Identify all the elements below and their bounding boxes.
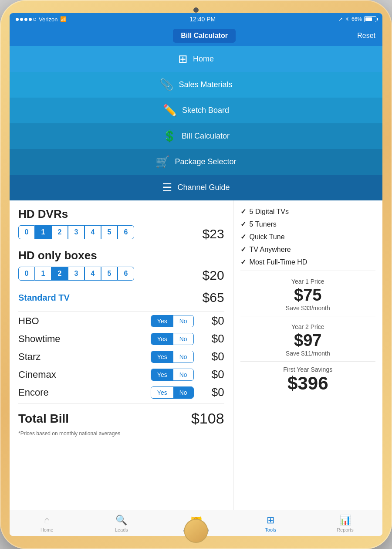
hd-boxes-title: HD only boxes [18, 249, 224, 262]
hbo-no[interactable]: No [173, 315, 193, 327]
feature-full-hd: ✓ Most Full-Time HD [240, 258, 375, 266]
feature-tuners: ✓ 5 Tuners [240, 220, 375, 228]
feature-label-1: 5 Digital TVs [250, 208, 289, 216]
cinemax-price: $0 [203, 368, 224, 381]
signal-dot-3 [24, 18, 27, 21]
signal-dots [16, 18, 36, 21]
feature-digital-tvs: ✓ 5 Digital TVs [240, 207, 375, 216]
box-step-3[interactable]: 3 [68, 267, 84, 281]
total-row: Total Bill $108 [18, 408, 224, 427]
starz-toggle[interactable]: Yes No [151, 351, 194, 363]
encore-yes[interactable]: Yes [151, 387, 173, 398]
cinemax-toggle[interactable]: Yes No [151, 369, 194, 381]
tab-tools-icon: ⊞ [267, 515, 274, 526]
menu-package-label: Package Selector [175, 157, 236, 166]
status-bar: Verizon 📶 12:40 PM ↗ ✳ 66% [10, 13, 382, 25]
menu-item-channel[interactable]: ☰ Channel Guide [10, 175, 382, 200]
addon-cinemax-name: Cinemax [18, 369, 151, 380]
dvr-step-2[interactable]: 2 [51, 225, 68, 239]
standard-tv-row: Standard TV $65 [18, 290, 224, 305]
tablet-frame: Verizon 📶 12:40 PM ↗ ✳ 66% Bill Calculat… [0, 0, 392, 549]
menu-sketch-label: Sketch Board [182, 106, 229, 115]
showtime-yes[interactable]: Yes [151, 333, 173, 345]
addon-encore-name: Encore [18, 387, 151, 398]
home-menu-icon: ⊞ [178, 52, 188, 66]
encore-price: $0 [203, 386, 224, 399]
year2-price: $97 [240, 331, 375, 350]
signal-dot-2 [20, 18, 23, 21]
dvr-step-1[interactable]: 1 [35, 225, 51, 239]
starz-no[interactable]: No [173, 351, 193, 363]
tab-reports[interactable]: 📊 Reports [308, 515, 382, 532]
left-panel: HD DVRs 0 1 2 3 4 5 6 $23 HD only boxes [10, 200, 233, 510]
tablet-camera [193, 7, 199, 13]
tab-home[interactable]: ⌂ Home [10, 515, 84, 532]
menu-item-package[interactable]: 🛒 Package Selector [10, 149, 382, 175]
tab-leads-icon: 🔍 [115, 515, 127, 526]
dvr-step-4[interactable]: 4 [84, 225, 101, 239]
year1-label: Year 1 Price [240, 278, 375, 285]
standard-tv-label: Standard TV [18, 293, 70, 303]
menu-item-sales[interactable]: 📎 Sales Materials [10, 72, 382, 98]
dvr-step-6[interactable]: 6 [118, 225, 134, 239]
dvr-step-3[interactable]: 3 [68, 225, 84, 239]
savings-amount: $396 [240, 373, 375, 394]
showtime-toggle[interactable]: Yes No [151, 333, 194, 345]
hbo-yes[interactable]: Yes [151, 315, 173, 327]
nav-title-button[interactable]: Bill Calculator [173, 29, 236, 43]
box-step-1[interactable]: 1 [35, 267, 51, 281]
reset-button[interactable]: Reset [357, 32, 375, 40]
menu-sales-label: Sales Materials [179, 80, 232, 89]
standard-tv-price: $65 [203, 290, 224, 305]
package-menu-icon: 🛒 [155, 155, 169, 169]
channel-menu-icon: ☰ [162, 181, 172, 194]
feature-label-4: TV Anywhere [250, 246, 291, 254]
check-icon-2: ✓ [240, 220, 246, 228]
tab-home-label: Home [41, 527, 53, 532]
starz-yes[interactable]: Yes [151, 351, 173, 363]
nav-header: Bill Calculator Reset [10, 25, 382, 46]
bill-menu-icon: 💲 [162, 129, 176, 143]
location-icon: ↗ [338, 16, 343, 22]
year2-save: Save $11/month [240, 350, 375, 357]
menu-item-sketch[interactable]: ✏️ Sketch Board [10, 98, 382, 123]
menu-item-bill[interactable]: 💲 Bill Calculator [10, 123, 382, 149]
signal-dot-1 [16, 18, 19, 21]
check-icon-5: ✓ [240, 258, 246, 266]
feature-tv-anywhere: ✓ TV Anywhere [240, 245, 375, 254]
tab-leads[interactable]: 🔍 Leads [84, 515, 159, 532]
addon-hbo: HBO Yes No $0 [18, 314, 224, 328]
box-step-5[interactable]: 5 [101, 267, 118, 281]
encore-toggle[interactable]: Yes No [151, 386, 194, 399]
cinemax-yes[interactable]: Yes [151, 369, 173, 380]
sales-menu-icon: 📎 [159, 78, 173, 92]
encore-no[interactable]: No [173, 387, 193, 398]
dvr-step-5[interactable]: 5 [101, 225, 118, 239]
box-step-6[interactable]: 6 [118, 267, 134, 281]
box-step-2[interactable]: 2 [51, 267, 68, 281]
signal-dot-4 [29, 18, 32, 21]
box-step-4[interactable]: 4 [84, 267, 101, 281]
tab-home-icon: ⌂ [44, 515, 50, 526]
check-icon-4: ✓ [240, 245, 246, 254]
menu-home-label: Home [193, 54, 214, 64]
battery-indicator [364, 16, 376, 22]
bluetooth-icon: ✳ [345, 16, 349, 22]
menu-channel-label: Channel Guide [177, 183, 230, 192]
hbo-toggle[interactable]: Yes No [151, 315, 194, 327]
hd-boxes-stepper: 0 1 2 3 4 5 6 [18, 267, 134, 281]
showtime-price: $0 [203, 332, 224, 346]
box-step-0[interactable]: 0 [18, 267, 35, 281]
hd-boxes-price: $20 [203, 268, 224, 283]
hd-dvrs-row: 0 1 2 3 4 5 6 $23 [18, 225, 224, 243]
home-button[interactable] [184, 519, 208, 543]
tab-tools[interactable]: ⊞ Tools [233, 515, 308, 532]
dvr-step-0[interactable]: 0 [18, 225, 35, 239]
feature-quick-tune: ✓ Quick Tune [240, 233, 375, 241]
total-price: $108 [191, 410, 224, 427]
showtime-no[interactable]: No [173, 333, 193, 345]
total-label: Total Bill [18, 412, 69, 426]
addon-cinemax: Cinemax Yes No $0 [18, 368, 224, 381]
menu-item-home[interactable]: ⊞ Home [10, 46, 382, 72]
cinemax-no[interactable]: No [173, 369, 193, 380]
